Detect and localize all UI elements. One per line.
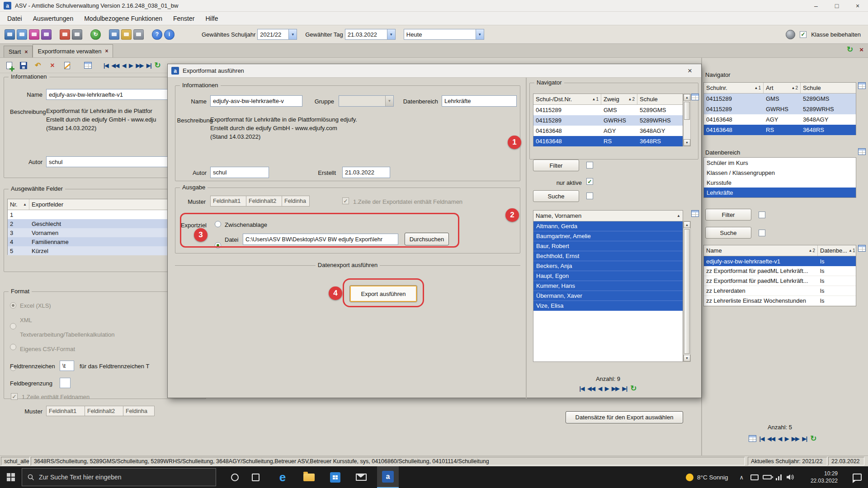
column-header-zweig[interactable]: Zweig ▲2: [601, 94, 637, 104]
zeitbereich-select[interactable]: Heute ▼: [404, 29, 484, 40]
school-row-selected[interactable]: 04163648RS3648RS: [533, 136, 683, 146]
nav-fast-next-icon[interactable]: ▶▶: [136, 63, 143, 68]
tab-close-icon[interactable]: ×: [24, 49, 28, 55]
lehrkraft-row-selected[interactable]: Übermann, Xaver: [533, 291, 683, 301]
module-nachrichten-icon[interactable]: [41, 29, 52, 40]
exportformat-row[interactable]: zz Exportformat für paedML Lehrkräft...l…: [704, 276, 856, 286]
weather-widget[interactable]: 8°C Sonnig: [686, 474, 728, 481]
school-row[interactable]: 04115289GWRHS5289WRHS: [533, 115, 683, 126]
delete-record-icon[interactable]: ×: [47, 60, 58, 71]
dialog-datenbereich-field[interactable]: Lehrkräfte: [442, 95, 517, 107]
grid-view-icon[interactable]: [858, 245, 866, 252]
cortana-button[interactable]: [224, 466, 245, 488]
nav-fast-next-icon[interactable]: ▶▶: [792, 436, 799, 441]
nav-prev-icon[interactable]: ◀: [778, 436, 782, 441]
new-record-icon[interactable]: [4, 60, 14, 71]
column-header-datenbereich[interactable]: Datenbe... ▲1: [818, 245, 856, 256]
exportformat-row[interactable]: zz Exportformat für paedML Lehrkräft...l…: [704, 266, 856, 276]
nav-next-icon[interactable]: ▶: [785, 436, 788, 441]
store-button[interactable]: [325, 466, 345, 488]
tab-exportformate-verwalten[interactable]: Exportformate verwalten ×: [33, 44, 113, 57]
grid-view-icon[interactable]: [84, 62, 92, 69]
column-header-schule[interactable]: Schule: [801, 83, 856, 93]
feldbegrenzung-field[interactable]: [60, 378, 71, 388]
tray-expand-icon[interactable]: ∧: [739, 474, 744, 481]
nav-first-icon[interactable]: |◀: [104, 63, 108, 68]
nav-prev-icon[interactable]: ◀: [122, 63, 126, 68]
nav-fast-prev-icon[interactable]: ◀◀: [587, 386, 594, 391]
grid-view-icon[interactable]: [691, 210, 699, 217]
datenbereich-item[interactable]: Klassen / Klassengruppen: [704, 168, 856, 178]
grid-view-icon[interactable]: [858, 148, 866, 155]
bearbeiten-icon[interactable]: [121, 29, 132, 40]
globe-icon[interactable]: [786, 30, 795, 39]
sidebar-suche-checkbox[interactable]: [759, 230, 765, 236]
dialog-filter-checkbox[interactable]: [586, 162, 593, 169]
view-close-icon[interactable]: ×: [859, 46, 863, 53]
grid-view-icon[interactable]: [749, 435, 756, 442]
datensaetze-auswaehlen-button[interactable]: Datensätze für den Export auswählen: [566, 411, 683, 423]
lehrkraft-row-selected[interactable]: Beckers, Anja: [533, 261, 683, 271]
exportformat-row-selected[interactable]: edjufy-asv-bw-lehrkraefte-v1ls: [704, 256, 856, 266]
menu-datei[interactable]: Datei: [2, 12, 28, 25]
tab-close-icon[interactable]: ×: [105, 48, 108, 54]
sidebar-filter-checkbox[interactable]: [759, 211, 765, 218]
tab-start[interactable]: Start ×: [4, 46, 33, 57]
school-row[interactable]: 04115289GWRHS5289WRHS: [704, 104, 856, 114]
asv-taskbar-button[interactable]: a: [377, 466, 399, 488]
display-tray-icon[interactable]: [750, 474, 759, 480]
task-view-button[interactable]: [245, 466, 266, 488]
menu-auswertungen[interactable]: Auswertungen: [28, 12, 79, 25]
taskbar-clock[interactable]: 10:29 22.03.2022: [802, 470, 838, 484]
school-row[interactable]: 04115289GMS5289GMS: [533, 105, 683, 115]
nav-last-icon[interactable]: ▶|: [146, 63, 151, 68]
lehrkraft-row-selected[interactable]: Baumgartner, Amelie: [533, 231, 683, 241]
volume-icon[interactable]: [787, 474, 794, 480]
dropdown-arrow-icon[interactable]: ▼: [476, 29, 484, 39]
help-icon[interactable]: ?: [152, 29, 162, 40]
dropdown-arrow-icon[interactable]: ▼: [288, 29, 297, 39]
klasse-beibehalten-checkbox[interactable]: ✓: [800, 31, 807, 38]
drucken-icon[interactable]: [72, 29, 82, 40]
dialog-suche-checkbox[interactable]: [586, 192, 593, 199]
lehrkraft-row-selected[interactable]: Kummer, Hans: [533, 281, 683, 291]
column-header-schulnr[interactable]: Schul-/Dst.Nr. ▲1: [533, 94, 601, 104]
module-statistik-icon[interactable]: [29, 29, 39, 40]
nav-next-icon[interactable]: ▶: [605, 386, 609, 391]
schuljahr-select[interactable]: 2021/22 ▼: [257, 29, 297, 40]
school-row[interactable]: 04115289GMS5289GMS: [704, 94, 856, 104]
nav-first-icon[interactable]: |◀: [580, 386, 585, 391]
lehrkraefte-scrollbar[interactable]: ▲ ▼: [683, 221, 691, 362]
dropdown-arrow-icon[interactable]: ▼: [387, 29, 395, 39]
nav-fast-prev-icon[interactable]: ◀◀: [767, 436, 774, 441]
tag-select[interactable]: 21.03.2022 ▼: [345, 29, 396, 40]
action-center-icon[interactable]: [853, 474, 862, 481]
nav-first-icon[interactable]: |◀: [760, 436, 764, 441]
battery-icon[interactable]: [763, 475, 772, 479]
network-icon[interactable]: [776, 474, 783, 480]
exportformat-row[interactable]: zz Lehrerdatenls: [704, 286, 856, 296]
nur-aktive-checkbox[interactable]: ✓: [586, 178, 593, 185]
column-header-nr[interactable]: Nr. ▲: [8, 199, 29, 210]
sidebar-suche-button[interactable]: Suche: [705, 227, 751, 239]
column-header-name[interactable]: Name ▲2: [704, 245, 818, 256]
grid-view-icon[interactable]: [858, 82, 866, 89]
module-schueler-icon[interactable]: [17, 29, 27, 40]
sidebar-filter-button[interactable]: Filter: [705, 209, 751, 221]
dialog-name-field[interactable]: edjufy-asv-bw-lehrkraefte-v: [210, 95, 302, 107]
menu-modulbezogene-funktionen[interactable]: Modulbezogene Funktionen: [79, 12, 168, 25]
dialog-close-icon[interactable]: ×: [688, 66, 692, 75]
datenbereich-icon[interactable]: [60, 29, 70, 40]
explorer-button[interactable]: [298, 466, 319, 488]
nav-last-icon[interactable]: ▶|: [802, 436, 807, 441]
column-header-name-vornamen[interactable]: Name, Vornamen ▲: [533, 211, 683, 221]
datenbereich-item-selected[interactable]: Lehrkräfte: [704, 188, 856, 197]
maximize-button[interactable]: □: [826, 0, 847, 12]
form-name-field[interactable]: edjufy-asv-bw-lehrkraefte-v1: [46, 89, 173, 100]
exportformat-row[interactable]: zz Lehrerliste Einsatz Wochenstundenls: [704, 296, 856, 306]
dialog-erstellt-field[interactable]: 21.03.2022: [342, 167, 390, 178]
dialog-autor-field[interactable]: schul: [210, 167, 269, 178]
column-header-schulnr[interactable]: Schulnr. ▲1: [704, 83, 764, 93]
refresh-icon[interactable]: ↻: [810, 435, 816, 442]
column-header-art[interactable]: Art ▲2: [764, 83, 801, 93]
